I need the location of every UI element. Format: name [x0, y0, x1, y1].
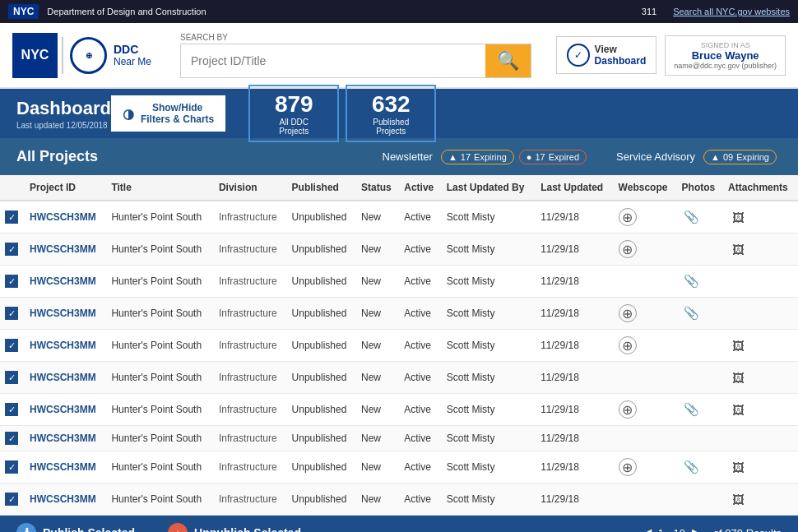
table-row: HWCSCH3MM Hunter's Point South Infrastru…	[0, 483, 798, 516]
photos-cell	[677, 426, 723, 451]
view-dashboard-button[interactable]: ✓ View Dashboard	[556, 36, 657, 74]
row-checkbox[interactable]	[5, 339, 18, 352]
webscope-icon[interactable]: ⊕	[619, 336, 637, 354]
division-cell: Infrastructure	[214, 201, 287, 234]
unpublish-label: Unpublish Selected	[194, 526, 301, 532]
photo-icon[interactable]: 📎	[682, 303, 702, 323]
search-all-link[interactable]: Search all NYC.gov websites	[673, 7, 790, 16]
pub-label: PublishedProjects	[359, 118, 423, 136]
published-cell: Unpublished	[287, 426, 356, 451]
row-checkbox-cell[interactable]	[0, 451, 25, 483]
status-cell: New	[356, 330, 399, 362]
expired-label: Expired	[549, 152, 579, 162]
row-checkbox-cell[interactable]	[0, 426, 25, 451]
attachments-cell: 🖼	[723, 201, 798, 234]
attachment-icon[interactable]: 🖼	[728, 400, 748, 419]
row-checkbox[interactable]	[5, 307, 18, 320]
title-cell: Hunter's Point South	[106, 298, 214, 330]
sa-expiring-badge[interactable]: ▲ 09 Expiring	[703, 150, 777, 164]
attachment-icon[interactable]: 🖼	[728, 368, 748, 387]
attachment-icon[interactable]: 🖼	[728, 335, 748, 355]
division-cell: Infrastructure	[214, 266, 287, 298]
row-checkbox[interactable]	[5, 432, 18, 445]
search-section: SEARCH BY 🔍	[180, 33, 531, 78]
service-advisory-label: Service Advisory	[616, 150, 695, 163]
row-checkbox-cell[interactable]	[0, 394, 25, 426]
row-checkbox-cell[interactable]	[0, 266, 25, 298]
row-checkbox-cell[interactable]	[0, 330, 25, 362]
attachments-cell	[723, 426, 798, 451]
status-cell: New	[356, 298, 399, 330]
published-cell: Unpublished	[287, 266, 356, 298]
division-cell: Infrastructure	[214, 451, 287, 483]
title-cell: Hunter's Point South	[106, 362, 214, 394]
dept-name: Department of Design and Construction	[47, 7, 641, 16]
user-info-box: SIGNED IN AS Bruce Wayne name@ddc.nyc.go…	[665, 35, 786, 76]
ddc-text: DDC Near Me	[114, 43, 151, 67]
show-hide-label: Show/HideFilters & Charts	[141, 102, 214, 125]
active-cell: Active	[399, 298, 442, 330]
webscope-icon[interactable]: ⊕	[619, 304, 637, 322]
row-checkbox-cell[interactable]	[0, 298, 25, 330]
division-cell: Infrastructure	[214, 394, 287, 426]
row-checkbox-cell[interactable]	[0, 362, 25, 394]
header: NYC ⊕ DDC Near Me SEARCH BY 🔍 ✓ View Das…	[0, 23, 798, 89]
status-cell: New	[356, 362, 399, 394]
unpublish-selected-button[interactable]: ↓ Unpublish Selected	[151, 515, 318, 532]
row-checkbox-cell[interactable]	[0, 483, 25, 516]
col-last-updated-by: Last Updated By	[442, 175, 536, 201]
row-checkbox[interactable]	[5, 460, 18, 474]
dashboard-title: Dashboard	[16, 98, 111, 119]
project-id-cell: HWCSCH3MM	[25, 394, 106, 426]
sa-expiring-count: 09	[723, 152, 733, 162]
active-cell: Active	[399, 426, 442, 451]
webscope-icon[interactable]: ⊕	[619, 458, 637, 476]
projects-table-container: Project ID Title Division Published Stat…	[0, 175, 798, 516]
row-checkbox[interactable]	[5, 275, 18, 288]
search-input[interactable]	[181, 44, 485, 77]
published-cell: Unpublished	[287, 483, 356, 516]
col-webscope: Webscope	[614, 175, 677, 201]
pagination-section: ◀ 1 - 10 ▶ of 879 Results	[318, 525, 798, 533]
row-checkbox[interactable]	[5, 403, 18, 416]
photos-cell: 📎	[677, 394, 723, 426]
webscope-icon[interactable]: ⊕	[619, 240, 637, 258]
photo-icon[interactable]: 📎	[682, 207, 702, 227]
attachments-cell: 🖼	[723, 330, 798, 362]
search-button[interactable]: 🔍	[485, 44, 531, 77]
attachment-icon[interactable]: 🖼	[728, 207, 748, 227]
photo-icon[interactable]: 📎	[682, 457, 702, 477]
expired-badge[interactable]: ● 17 Expired	[519, 150, 587, 164]
select-all-header[interactable]	[0, 175, 25, 201]
webscope-cell: ⊕	[614, 394, 677, 426]
project-id-cell: HWCSCH3MM	[25, 266, 106, 298]
row-checkbox[interactable]	[5, 210, 18, 224]
attachment-icon[interactable]: 🖼	[728, 489, 748, 509]
attachment-icon[interactable]: 🖼	[728, 239, 748, 259]
row-checkbox-cell[interactable]	[0, 201, 25, 234]
row-checkbox-cell[interactable]	[0, 234, 25, 266]
publish-selected-button[interactable]: ℹ Publish Selected	[0, 515, 151, 532]
projects-title: All Projects	[16, 148, 383, 165]
photo-icon[interactable]: 📎	[682, 271, 702, 291]
nyc-square-logo: NYC	[12, 33, 58, 78]
expiring-badge[interactable]: ▲ 17 Expiring	[441, 150, 514, 164]
attachment-icon[interactable]: 🖼	[728, 457, 748, 477]
title-cell: Hunter's Point South	[106, 483, 214, 516]
row-checkbox[interactable]	[5, 493, 18, 506]
expiring-count: 17	[461, 152, 471, 162]
next-page-button[interactable]: ▶	[685, 525, 708, 533]
webscope-icon[interactable]: ⊕	[619, 208, 637, 226]
updated-cell: 11/29/18	[536, 266, 613, 298]
show-hide-button[interactable]: ◑ Show/HideFilters & Charts	[111, 95, 225, 132]
prev-page-button[interactable]: ◀	[635, 525, 658, 533]
webscope-icon[interactable]: ⊕	[619, 400, 637, 419]
publish-icon: ℹ	[16, 523, 36, 532]
row-checkbox[interactable]	[5, 243, 18, 256]
user-section: ✓ View Dashboard SIGNED IN AS Bruce Wayn…	[556, 35, 786, 76]
updated-by-cell: Scott Misty	[442, 201, 536, 234]
active-cell: Active	[399, 394, 442, 426]
row-checkbox[interactable]	[5, 371, 18, 384]
photo-icon[interactable]: 📎	[682, 400, 702, 419]
updated-cell: 11/29/18	[536, 298, 613, 330]
